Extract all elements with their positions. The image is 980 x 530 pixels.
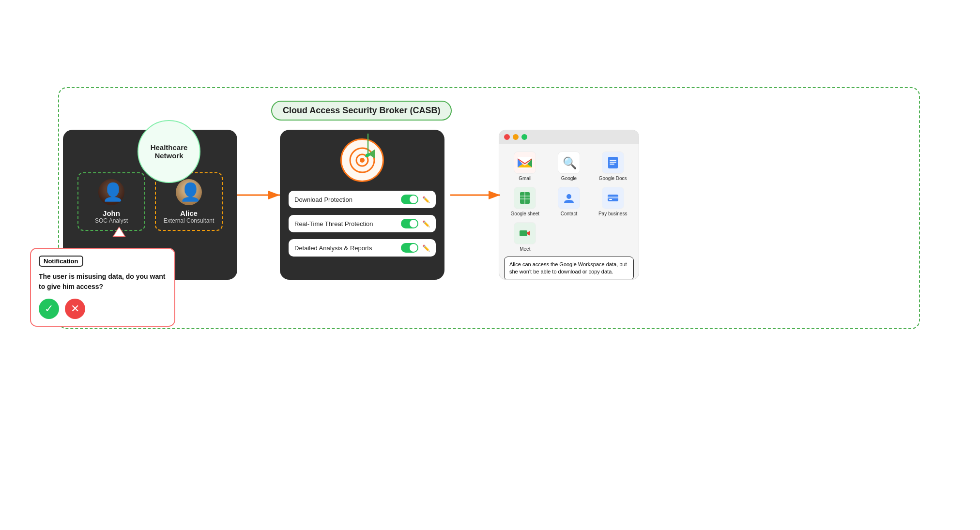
- google-icon: 🔍: [558, 151, 580, 174]
- pay-label: Pay business: [598, 211, 627, 216]
- toggle-group-2: ✏️: [401, 219, 430, 228]
- gmail-label: Gmail: [519, 176, 531, 181]
- alice-role: External Consultant: [163, 217, 215, 224]
- gws-app-contact: Contact: [550, 187, 588, 216]
- gws-app-google: 🔍 Google: [550, 151, 588, 181]
- user-card-john: John SOC Analyst: [77, 172, 145, 231]
- google-label: Google: [561, 176, 577, 181]
- network-label: HealthcareNetwork: [151, 143, 188, 160]
- notification-label: Notification: [39, 256, 83, 267]
- svg-point-17: [567, 194, 571, 199]
- gws-titlebar: [499, 130, 639, 144]
- alice-name: Alice: [163, 209, 215, 217]
- casb-label-text: Cloud Access Security Broker (CASB): [283, 106, 440, 115]
- notification-actions: ✓ ✕: [39, 299, 167, 319]
- casb-label: Cloud Access Security Broker (CASB): [271, 101, 452, 121]
- notification-text: The user is misusing data, do you want t…: [39, 272, 167, 292]
- svg-rect-12: [610, 164, 614, 165]
- gws-app-meet: Meet: [506, 222, 544, 252]
- casb-settings: Download Protection ✏️ Real-Time Threat …: [289, 191, 436, 257]
- gws-app-gmail: Gmail: [506, 151, 544, 181]
- sheets-label: Google sheet: [511, 211, 540, 216]
- setting-row-2: Real-Time Threat Protection ✏️: [289, 215, 436, 232]
- notification-pointer-inner: [114, 227, 124, 236]
- svg-rect-10: [610, 160, 616, 161]
- network-bubble: HealthcareNetwork: [138, 120, 200, 183]
- pay-icon: [602, 187, 624, 209]
- john-name: John: [85, 209, 138, 217]
- casb-panel: Download Protection ✏️ Real-Time Threat …: [280, 130, 444, 280]
- toggle-2[interactable]: [401, 219, 418, 228]
- docs-icon: [602, 151, 624, 174]
- gws-panel: Gmail 🔍 Google Google Docs Google sheet: [499, 130, 639, 280]
- svg-point-4: [360, 158, 365, 163]
- meet-label: Meet: [520, 246, 530, 252]
- toggle-3[interactable]: [401, 243, 418, 253]
- john-avatar: [98, 179, 124, 205]
- svg-rect-21: [520, 230, 527, 236]
- gws-app-docs: Google Docs: [594, 151, 632, 181]
- edit-icon-2[interactable]: ✏️: [422, 220, 430, 227]
- svg-rect-11: [610, 162, 616, 163]
- confirm-button[interactable]: ✓: [39, 299, 59, 319]
- alice-avatar: [176, 179, 202, 205]
- titlebar-dot-red: [504, 134, 510, 140]
- contact-label: Contact: [561, 211, 577, 216]
- setting-label-2: Real-Time Threat Protection: [294, 220, 373, 227]
- gws-app-pay: Pay business: [594, 187, 632, 216]
- toggle-group-3: ✏️: [401, 243, 430, 253]
- svg-text:🔍: 🔍: [563, 156, 576, 170]
- sheets-icon: [514, 187, 536, 209]
- tooltip-text: Alice can access the Google Workspace da…: [509, 261, 627, 274]
- titlebar-dot-green: [521, 134, 527, 140]
- gws-tooltip: Alice can access the Google Workspace da…: [504, 257, 634, 280]
- contact-icon: [558, 187, 580, 209]
- docs-label: Google Docs: [599, 176, 627, 181]
- meet-icon: [514, 222, 536, 244]
- setting-label-3: Detailed Analysis & Reports: [294, 244, 372, 252]
- setting-label-1: Download Protection: [294, 196, 352, 203]
- john-role: SOC Analyst: [85, 217, 138, 224]
- titlebar-dot-yellow: [513, 134, 519, 140]
- gws-grid: Gmail 🔍 Google Google Docs Google sheet: [499, 144, 639, 257]
- svg-rect-19: [608, 197, 618, 198]
- toggle-1[interactable]: [401, 195, 418, 204]
- gws-app-sheets: Google sheet: [506, 187, 544, 216]
- casb-icon: [340, 138, 384, 182]
- setting-row-1: Download Protection ✏️: [289, 191, 436, 208]
- deny-button[interactable]: ✕: [65, 299, 85, 319]
- gmail-icon: [514, 151, 536, 174]
- setting-row-3: Detailed Analysis & Reports ✏️: [289, 239, 436, 257]
- svg-rect-20: [609, 199, 612, 200]
- users-row: John SOC Analyst Alice External Consulta…: [72, 172, 229, 231]
- toggle-group-1: ✏️: [401, 195, 430, 204]
- notification-popup: Notification The user is misusing data, …: [30, 248, 175, 327]
- edit-icon-1[interactable]: ✏️: [422, 196, 430, 203]
- edit-icon-3[interactable]: ✏️: [422, 244, 430, 252]
